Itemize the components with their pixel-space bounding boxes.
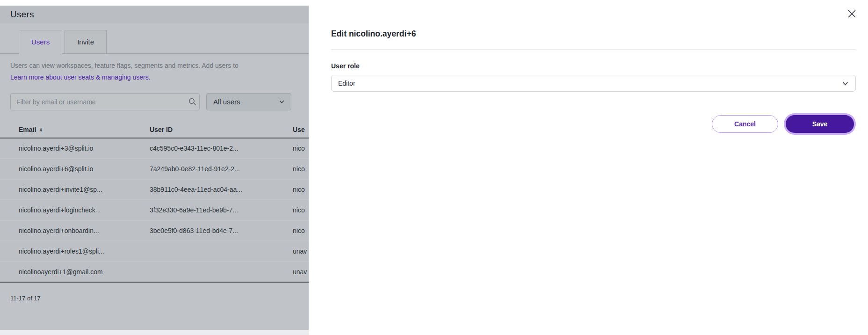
divider	[331, 49, 856, 50]
screen: Users Users Invite Users can view worksp…	[0, 0, 868, 335]
top-strip	[0, 0, 309, 6]
user-role-select[interactable]: Editor	[331, 75, 856, 92]
bottom-strip	[0, 330, 309, 335]
save-button[interactable]: Save	[786, 115, 854, 133]
chevron-down-icon	[841, 80, 849, 87]
user-role-label: User role	[331, 62, 868, 70]
edit-user-modal: Edit nicolino.ayerdi+6 User role Editor …	[309, 0, 868, 335]
users-page: Users Users Invite Users can view worksp…	[0, 0, 309, 335]
user-role-select-value: Editor	[338, 80, 355, 87]
modal-backdrop[interactable]	[0, 6, 309, 330]
modal-actions: Cancel Save	[309, 115, 856, 133]
close-icon[interactable]	[846, 7, 858, 20]
modal-title: Edit nicolino.ayerdi+6	[331, 29, 868, 39]
cancel-button[interactable]: Cancel	[712, 115, 778, 133]
